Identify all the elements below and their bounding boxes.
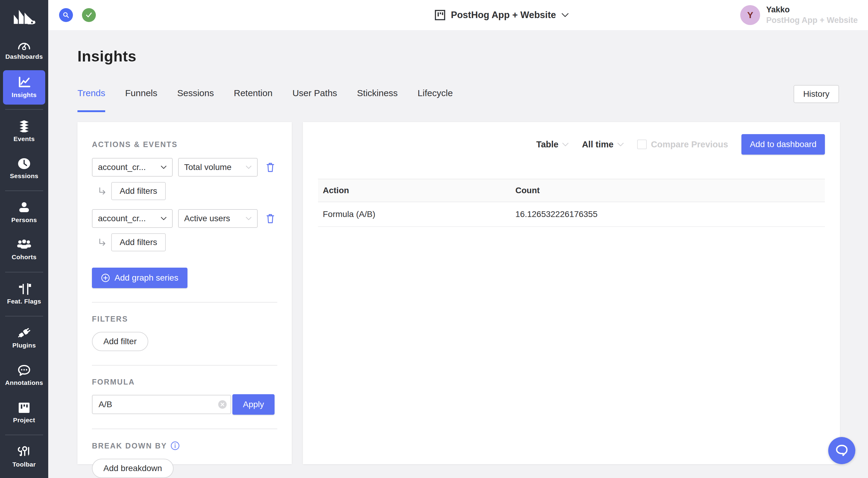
- sidebar-item-insights[interactable]: Insights: [3, 70, 45, 104]
- add-filters-button-2[interactable]: Add filters: [111, 233, 166, 251]
- clear-formula-button[interactable]: [218, 400, 227, 410]
- chat-support-button[interactable]: [828, 437, 855, 464]
- sidebar-item-label: Insights: [12, 91, 37, 99]
- chart-type-value: Table: [536, 139, 558, 150]
- people-group-icon: [17, 240, 31, 250]
- date-range-select[interactable]: All time: [582, 139, 624, 150]
- add-filter-button[interactable]: Add filter: [92, 332, 148, 351]
- history-button[interactable]: History: [794, 85, 839, 103]
- section-divider: [92, 302, 277, 302]
- user-menu[interactable]: Y Yakko PostHog App + Website: [740, 0, 858, 30]
- user-organization: PostHog App + Website: [766, 16, 858, 25]
- project-icon: [435, 10, 445, 21]
- plus-circle-icon: [101, 273, 110, 282]
- info-icon[interactable]: [170, 441, 180, 450]
- formula-input[interactable]: [92, 395, 231, 414]
- math-select-value: Total volume: [184, 162, 231, 172]
- sidebar-divider: [5, 272, 43, 273]
- main-content: Insights Trends Funnels Sessions Retenti…: [48, 30, 868, 478]
- project-title: PostHog App + Website: [451, 10, 556, 21]
- chart-type-select[interactable]: Table: [536, 139, 569, 150]
- chevron-down-icon: [161, 165, 167, 169]
- event-select-value: account_cr...: [98, 162, 146, 172]
- speech-bubble-icon: [18, 365, 31, 376]
- dashboard-gauge-icon: [18, 40, 31, 50]
- sidebar-divider: [5, 435, 43, 435]
- add-graph-series-button[interactable]: Add graph series: [92, 267, 187, 288]
- sidebar-item-label: Annotations: [5, 379, 43, 386]
- sidebar-item-project[interactable]: Project: [3, 396, 45, 430]
- sidebar-item-label: Toolbar: [12, 461, 36, 468]
- table-row: Formula (A/B) 16.126532226176355: [318, 202, 825, 227]
- column-header-action: Action: [318, 186, 516, 195]
- project-switcher[interactable]: PostHog App + Website: [435, 0, 569, 30]
- date-range-value: All time: [582, 139, 614, 150]
- math-select-value: Active users: [184, 214, 230, 223]
- posthog-hedgehog-icon: [12, 6, 36, 25]
- math-select-1[interactable]: Total volume: [178, 158, 258, 177]
- tab-trends[interactable]: Trends: [78, 88, 105, 112]
- sidebar-item-label: Dashboards: [5, 53, 43, 60]
- sidebar-item-plugins[interactable]: Plugins: [3, 321, 45, 355]
- sidebar-divider: [5, 109, 43, 110]
- compare-previous-label: Compare Previous: [651, 139, 728, 150]
- chevron-down-icon: [161, 217, 167, 220]
- status-check-button[interactable]: [82, 8, 96, 22]
- event-select-2[interactable]: account_cr...: [92, 209, 173, 228]
- sidebar-item-feature-flags[interactable]: Feat. Flags: [3, 277, 45, 311]
- chat-bubble-icon: [835, 444, 849, 457]
- chevron-down-icon: [246, 217, 252, 220]
- tab-retention[interactable]: Retention: [234, 88, 273, 112]
- apply-formula-button[interactable]: Apply: [232, 394, 275, 415]
- results-panel: Table All time Compare Previous Add to d…: [303, 122, 840, 464]
- sidebar-divider: [5, 316, 43, 316]
- math-select-2[interactable]: Active users: [178, 209, 258, 228]
- nested-arrow-icon: [98, 238, 106, 247]
- chevron-down-icon: [562, 142, 569, 147]
- sidebar-item-label: Sessions: [10, 172, 38, 180]
- nested-arrow-icon: [98, 187, 106, 195]
- tab-lifecycle[interactable]: Lifecycle: [418, 88, 453, 112]
- insight-type-tabs: Trends Funnels Sessions Retention User P…: [78, 88, 453, 112]
- sidebar-divider: [5, 190, 43, 191]
- sidebar-item-annotations[interactable]: Annotations: [3, 358, 45, 393]
- sidebar-item-cohorts[interactable]: Cohorts: [3, 233, 45, 267]
- sidebar-item-label: Project: [13, 416, 35, 424]
- search-button[interactable]: [59, 8, 73, 22]
- tab-sessions[interactable]: Sessions: [177, 88, 214, 112]
- sidebar-item-toolbar[interactable]: Toolbar: [3, 440, 45, 474]
- add-to-dashboard-button[interactable]: Add to dashboard: [741, 134, 825, 155]
- sidebar-item-label: Events: [13, 135, 35, 142]
- chevron-down-icon: [561, 13, 569, 17]
- tab-stickiness[interactable]: Stickiness: [357, 88, 398, 112]
- page-title: Insights: [78, 47, 136, 65]
- add-graph-series-label: Add graph series: [115, 273, 179, 283]
- delete-series-1-button[interactable]: [266, 162, 275, 173]
- row-count-value: 16.126532226176355: [516, 210, 825, 219]
- series-1-filters: Add filters: [98, 182, 277, 200]
- sidebar-item-dashboards[interactable]: Dashboards: [3, 33, 45, 67]
- sidebar-item-persons[interactable]: Persons: [3, 196, 45, 230]
- event-select-value: account_cr...: [98, 214, 146, 223]
- project-icon: [18, 402, 30, 414]
- sidebar: Dashboards Insights Events: [0, 0, 48, 478]
- posthog-logo[interactable]: [0, 0, 48, 31]
- breakdown-heading: BREAK DOWN BY: [92, 441, 277, 450]
- tab-user-paths[interactable]: User Paths: [292, 88, 337, 112]
- sidebar-item-sessions[interactable]: Sessions: [3, 152, 45, 186]
- column-header-count: Count: [516, 186, 825, 195]
- clear-circle-icon: [218, 400, 227, 409]
- sidebar-item-events[interactable]: Events: [3, 114, 45, 149]
- add-filters-button-1[interactable]: Add filters: [111, 182, 166, 200]
- series-row-1: account_cr... Total volume: [92, 158, 277, 177]
- delete-series-2-button[interactable]: [266, 213, 275, 224]
- person-icon: [18, 202, 30, 213]
- event-select-1[interactable]: account_cr...: [92, 158, 173, 177]
- sidebar-item-label: Feat. Flags: [7, 298, 41, 305]
- compare-previous-checkbox[interactable]: [637, 139, 647, 149]
- query-builder-panel: ACTIONS & EVENTS account_cr... Total vol…: [78, 122, 292, 464]
- tab-funnels[interactable]: Funnels: [125, 88, 157, 112]
- compare-previous-control[interactable]: Compare Previous: [637, 139, 728, 150]
- add-breakdown-button[interactable]: Add breakdown: [92, 459, 174, 478]
- chevron-down-icon: [617, 142, 624, 147]
